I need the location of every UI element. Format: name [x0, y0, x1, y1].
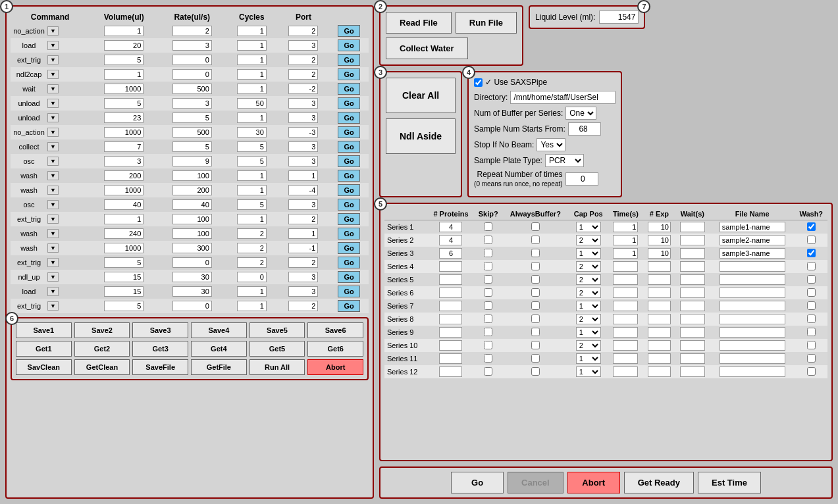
always-buffer-checkbox[interactable] — [531, 262, 540, 270]
rate-input[interactable] — [172, 141, 212, 152]
port-input[interactable] — [288, 141, 318, 152]
port-input[interactable] — [288, 156, 318, 166]
volume-input[interactable] — [104, 141, 144, 152]
skip-checkbox[interactable] — [484, 222, 492, 231]
go-button[interactable]: Go — [451, 472, 504, 493]
cmd-dropdown-btn[interactable]: ▼ — [47, 287, 59, 296]
go-row-button[interactable]: Go — [338, 68, 359, 80]
time-input[interactable] — [613, 340, 638, 351]
port-input[interactable] — [288, 170, 318, 181]
cap-pos-select[interactable]: 1234 — [576, 366, 601, 377]
go-row-button[interactable]: Go — [338, 199, 359, 211]
go-row-button[interactable]: Go — [338, 257, 359, 268]
time-input[interactable] — [613, 288, 638, 298]
skip-checkbox[interactable] — [484, 262, 492, 270]
always-buffer-checkbox[interactable] — [531, 222, 540, 231]
skip-checkbox[interactable] — [484, 301, 492, 310]
use-saxspipe-checkbox[interactable] — [474, 78, 483, 87]
go-row-button[interactable]: Go — [338, 300, 359, 312]
cmd-dropdown-btn[interactable]: ▼ — [47, 113, 59, 122]
get-btn[interactable]: Get5 — [249, 341, 305, 357]
proteins-input[interactable] — [439, 288, 462, 298]
port-input[interactable] — [288, 228, 318, 239]
cmd-dropdown-btn[interactable]: ▼ — [47, 26, 59, 36]
filename-input[interactable] — [720, 327, 785, 338]
cap-pos-select[interactable]: 1234 — [576, 222, 601, 232]
exp-input[interactable] — [648, 222, 671, 232]
volume-input[interactable] — [104, 26, 144, 36]
exp-input[interactable] — [648, 235, 671, 245]
cap-pos-select[interactable]: 1234 — [576, 301, 601, 311]
port-input[interactable] — [288, 257, 318, 268]
go-row-button[interactable]: Go — [338, 228, 359, 239]
cmd-dropdown-btn[interactable]: ▼ — [47, 55, 59, 64]
cap-pos-select[interactable]: 1234 — [576, 274, 601, 285]
volume-input[interactable] — [104, 257, 144, 268]
cmd-dropdown-btn[interactable]: ▼ — [47, 186, 59, 195]
abort-bottom-button[interactable]: Abort — [307, 359, 363, 375]
misc-btn[interactable]: Run All — [249, 359, 305, 375]
cycles-input[interactable] — [237, 113, 267, 123]
exp-input[interactable] — [648, 274, 671, 285]
rate-input[interactable] — [172, 55, 212, 65]
go-row-button[interactable]: Go — [338, 141, 359, 153]
port-input[interactable] — [288, 127, 318, 138]
exp-input[interactable] — [648, 288, 671, 298]
cmd-dropdown-btn[interactable]: ▼ — [47, 301, 59, 311]
skip-checkbox[interactable] — [484, 288, 492, 297]
time-input[interactable] — [613, 353, 638, 364]
volume-input[interactable] — [104, 113, 144, 123]
port-input[interactable] — [288, 98, 318, 109]
repeat-input[interactable] — [565, 172, 598, 186]
filename-input[interactable] — [720, 353, 785, 364]
port-input[interactable] — [288, 185, 318, 195]
liquid-level-input[interactable] — [599, 11, 639, 24]
proteins-input[interactable] — [439, 353, 462, 364]
cap-pos-select[interactable]: 1234 — [576, 314, 601, 324]
volume-input[interactable] — [104, 55, 144, 65]
proteins-input[interactable] — [439, 301, 462, 311]
wash-checkbox[interactable] — [807, 301, 816, 310]
cmd-dropdown-btn[interactable]: ▼ — [47, 229, 59, 238]
cap-pos-select[interactable]: 1234 — [576, 340, 601, 351]
wash-checkbox[interactable] — [807, 275, 816, 284]
cycles-input[interactable] — [237, 185, 267, 195]
cycles-input[interactable] — [237, 98, 267, 109]
num-buffer-select[interactable]: One Two — [565, 107, 596, 120]
exp-input[interactable] — [648, 327, 671, 338]
directory-input[interactable] — [510, 91, 615, 104]
always-buffer-checkbox[interactable] — [531, 301, 540, 310]
always-buffer-checkbox[interactable] — [531, 288, 540, 297]
wait-input[interactable] — [680, 274, 705, 285]
rate-input[interactable] — [172, 84, 212, 94]
wait-input[interactable] — [680, 248, 705, 259]
cmd-dropdown-btn[interactable]: ▼ — [47, 272, 59, 282]
wait-input[interactable] — [680, 301, 705, 311]
get-ready-button[interactable]: Get Ready — [624, 472, 694, 493]
skip-checkbox[interactable] — [484, 354, 492, 363]
misc-btn[interactable]: SaveFile — [132, 359, 188, 375]
go-row-button[interactable]: Go — [338, 25, 359, 37]
get-btn[interactable]: Get6 — [307, 341, 363, 357]
go-row-button[interactable]: Go — [338, 271, 359, 283]
abort-button[interactable]: Abort — [567, 472, 620, 493]
filename-input[interactable] — [720, 288, 785, 298]
skip-checkbox[interactable] — [484, 341, 492, 349]
cycles-input[interactable] — [237, 170, 267, 181]
always-buffer-checkbox[interactable] — [531, 249, 540, 257]
get-btn[interactable]: Get2 — [74, 341, 130, 357]
wait-input[interactable] — [680, 314, 705, 324]
port-input[interactable] — [288, 272, 318, 282]
rate-input[interactable] — [172, 185, 212, 195]
proteins-input[interactable] — [439, 274, 462, 285]
cap-pos-select[interactable]: 1234 — [576, 327, 601, 338]
cycles-input[interactable] — [237, 69, 267, 80]
always-buffer-checkbox[interactable] — [531, 275, 540, 284]
rate-input[interactable] — [172, 127, 212, 138]
volume-input[interactable] — [104, 185, 144, 195]
volume-input[interactable] — [104, 301, 144, 311]
exp-input[interactable] — [648, 248, 671, 259]
wait-input[interactable] — [680, 327, 705, 338]
exp-input[interactable] — [648, 340, 671, 351]
rate-input[interactable] — [172, 170, 212, 181]
